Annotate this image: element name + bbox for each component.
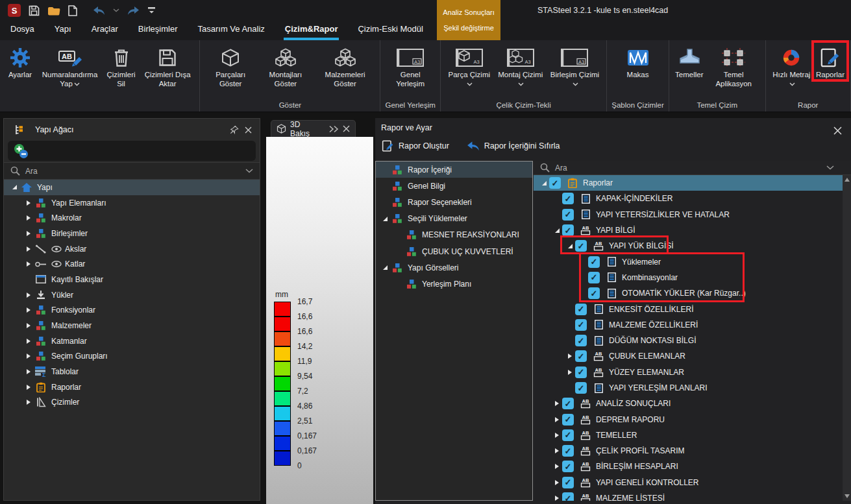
- tree-item-raporlar[interactable]: Raporlar: [4, 379, 260, 395]
- tree-item-yapi-yerle-i-m-planlari[interactable]: ✓YAPI YERLEŞİM PLANLARI: [534, 380, 851, 396]
- expand-collapse-all-icon[interactable]: [13, 143, 30, 160]
- create-report-button[interactable]: Rapor Oluştur: [382, 140, 449, 152]
- chevron-down-icon[interactable]: [789, 82, 795, 86]
- mode-badge[interactable]: Analiz Sonuçları Şekil değiştirme: [437, 0, 500, 40]
- menu-birle-imler[interactable]: Birleşimler: [137, 21, 179, 40]
- checkbox[interactable]: ✓: [588, 287, 600, 299]
- tree-item-enkesi-t-zelli-kleri[interactable]: ✓ENKESİT ÖZELLİKLERİ: [534, 301, 851, 317]
- expander-closed-icon[interactable]: [23, 215, 34, 221]
- tree-item-rapor-se-enekleri[interactable]: Rapor Seçenekleri: [376, 194, 532, 210]
- izimleri-d-a-aktar-button[interactable]: Çizimleri Dışa Aktar: [140, 42, 195, 90]
- scroll-up-icon[interactable]: [845, 178, 850, 182]
- chevron-down-icon[interactable]: [245, 169, 253, 173]
- tree-item-raporlar[interactable]: ✓Raporlar: [534, 175, 851, 191]
- malzemeleri-g-ster-button[interactable]: Malzemeleri Göster: [315, 42, 376, 90]
- report-search[interactable]: Ara: [534, 161, 851, 175]
- tree-item-yapi-bi-lgi[interactable]: ✓ABYAPI BİLGİ: [534, 222, 851, 238]
- undo-history-chevron-icon[interactable]: [113, 3, 119, 18]
- new-document-icon[interactable]: [68, 3, 77, 18]
- tree-item-eli-k-profi-l-tasarim[interactable]: ✓ABÇELİK PROFİL TASARIM: [534, 443, 851, 459]
- tree-item-katmanlar[interactable]: Katmanlar: [4, 333, 260, 349]
- checkbox[interactable]: ✓: [562, 193, 574, 204]
- tree-item-temeller[interactable]: ✓ABTEMELLER: [534, 427, 851, 443]
- scroll-down-icon[interactable]: [845, 494, 850, 498]
- checkbox[interactable]: ✓: [575, 366, 587, 378]
- temel-aplikasyon-button[interactable]: Temel Aplikasyon: [707, 42, 761, 90]
- chevron-down-icon[interactable]: [467, 82, 473, 86]
- expander-closed-icon[interactable]: [23, 323, 34, 328]
- eye-icon[interactable]: [51, 246, 62, 252]
- open-folder-icon[interactable]: [47, 3, 60, 18]
- makas-button[interactable]: Makas: [623, 42, 654, 81]
- checkbox[interactable]: ✓: [562, 414, 574, 426]
- tree-item-yap-elemanlar[interactable]: Yapı Elemanları: [4, 195, 260, 211]
- tree-item-yapi-yetersi-zli-kler-ve-hatalar[interactable]: ✓YAPI YETERSİZLİKLER VE HATALAR: [534, 207, 851, 222]
- close-icon[interactable]: [343, 125, 350, 132]
- tree-item-fonksiyonlar[interactable]: Fonksiyonlar: [4, 303, 260, 318]
- expander-closed-icon[interactable]: [552, 433, 562, 438]
- redo-icon[interactable]: [127, 3, 140, 18]
- undo-icon[interactable]: [93, 3, 105, 18]
- menu-izim-rapor[interactable]: Çizim&Rapor: [284, 21, 339, 40]
- checkbox[interactable]: ✓: [562, 398, 574, 409]
- tree-item-genel-bilgi[interactable]: Genel Bilgi: [376, 178, 532, 194]
- expander-open-icon[interactable]: [539, 181, 549, 186]
- expander-closed-icon[interactable]: [23, 339, 34, 344]
- expander-open-icon[interactable]: [565, 244, 575, 248]
- checkbox[interactable]: ✓: [575, 335, 587, 346]
- menu-ara-lar[interactable]: Araçlar: [90, 21, 119, 40]
- tree-item-se-ili-y-klemeler[interactable]: Seçili Yüklemeler: [376, 211, 532, 227]
- par-alar-g-ster-button[interactable]: Parçaları Göster: [204, 42, 256, 90]
- tree-item-ubuk-u-kuvvetleri[interactable]: ÇUBUK UÇ KUVVETLERİ: [376, 243, 532, 259]
- checkbox[interactable]: ✓: [575, 304, 587, 315]
- expander-closed-icon[interactable]: [23, 200, 34, 206]
- tree-item-izimler[interactable]: Çizimler: [4, 395, 260, 411]
- montaj-izimi-button[interactable]: A3Montaj Çizimi: [495, 42, 546, 90]
- expander-closed-icon[interactable]: [23, 246, 34, 252]
- checkbox[interactable]: ✓: [575, 350, 587, 362]
- expander-open-icon[interactable]: [9, 185, 19, 189]
- birle-im-izimi-button[interactable]: A3Birleşim Çizimi: [548, 42, 602, 90]
- tree-item-malzeme-li-stesi[interactable]: ✓ABMALZEME LİSTESİ: [534, 490, 851, 501]
- checkbox[interactable]: ✓: [562, 224, 574, 236]
- checkbox[interactable]: ✓: [575, 382, 587, 394]
- chevron-down-icon[interactable]: [518, 82, 524, 86]
- close-icon[interactable]: [245, 123, 252, 137]
- tree-item-se-im-guruplar[interactable]: Seçim Gurupları: [4, 349, 260, 365]
- close-icon[interactable]: [833, 123, 842, 138]
- expander-closed-icon[interactable]: [23, 307, 34, 313]
- tree-item-malzeme-zelli-kleri[interactable]: ✓MALZEME ÖZELLİKLERİ: [534, 317, 851, 333]
- checkbox[interactable]: ✓: [588, 272, 600, 283]
- reset-report-content-button[interactable]: Rapor İçeriğini Sıfırla: [466, 141, 560, 152]
- menu-yap[interactable]: Yapı: [53, 21, 73, 40]
- checkbox[interactable]: ✓: [588, 256, 600, 268]
- pin-icon[interactable]: [230, 123, 239, 137]
- save-icon[interactable]: [29, 3, 40, 18]
- checkbox[interactable]: ✓: [575, 319, 587, 331]
- tree-item-yerle-im-plan[interactable]: Yerleşim Planı: [376, 276, 532, 292]
- tree-item-anali-z-sonu-lari[interactable]: ✓ABANALİZ SONUÇLARI: [534, 396, 851, 411]
- tree-item-y-klemeler[interactable]: ✓Yüklemeler: [534, 254, 851, 269]
- expander-closed-icon[interactable]: [552, 417, 562, 422]
- expander-closed-icon[interactable]: [552, 448, 562, 453]
- tree-item-otomati-k-y-kler-kar-r-zgar[interactable]: ✓OTOMATİK YÜKLER (Kar Rüzgar..): [534, 285, 851, 301]
- expander-closed-icon[interactable]: [552, 464, 562, 469]
- expander-closed-icon[interactable]: [565, 370, 575, 375]
- izimleri-sil-button[interactable]: Çizimleri Sil: [104, 42, 138, 90]
- checkbox[interactable]: ✓: [562, 477, 574, 488]
- tree-item-deprem-raporu[interactable]: ✓ABDEPREM RAPORU: [534, 411, 851, 427]
- checkbox[interactable]: ✓: [562, 461, 574, 472]
- ayarlar-button[interactable]: Ayarlar: [5, 42, 36, 81]
- tree-item-kapak-i-i-ndeki-ler[interactable]: ✓KAPAK-İÇİNDEKİLER: [534, 191, 851, 206]
- tree-item-kay-tl-bak-lar[interactable]: Kayıtlı Bakışlar: [4, 272, 260, 287]
- expander-closed-icon[interactable]: [23, 400, 34, 405]
- auto-hide-icon[interactable]: [328, 125, 339, 133]
- tree-item-makrolar[interactable]: Makrolar: [4, 210, 260, 226]
- tree-item-malzemeler[interactable]: Malzemeler: [4, 318, 260, 333]
- h-zl-metraj-button[interactable]: Hızlı Metraj: [771, 42, 813, 90]
- viewport-tab[interactable]: 3D Bakış: [271, 120, 356, 137]
- expander-open-icon[interactable]: [380, 217, 390, 221]
- customize-toolbar-icon[interactable]: [147, 3, 156, 18]
- expander-closed-icon[interactable]: [552, 401, 562, 406]
- tree-item-yap[interactable]: Yapı: [4, 180, 260, 195]
